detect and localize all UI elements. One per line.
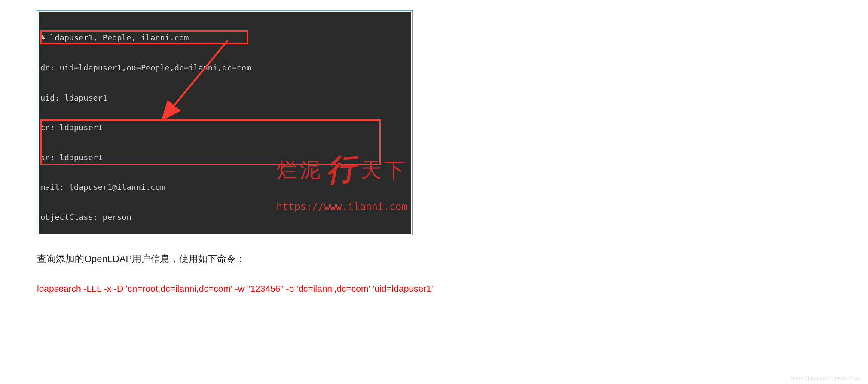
terminal-screenshot: # ldapuser1, People, ilanni.com dn: uid=… (37, 10, 413, 235)
terminal-line: sn: ldapuser1 (40, 152, 411, 162)
footer-watermark: https://blog.csdn.net/m_nlcs (791, 375, 860, 381)
terminal-line: uid: ldapuser1 (40, 93, 411, 103)
watermark-big-char: 行 (325, 163, 358, 175)
terminal-line: mail: ldapuser1@ilanni.com (40, 182, 411, 192)
terminal-line: objectClass: person (40, 212, 411, 222)
terminal-output: # ldapuser1, People, ilanni.com dn: uid=… (39, 12, 411, 234)
terminal-line: dn: uid=ldapuser1,ou=People,dc=ilanni,dc… (40, 63, 411, 73)
watermark-url: https://www.ilanni.com (215, 202, 407, 212)
command-text: ldapsearch -LLL -x -D 'cn=root,dc=ilanni… (37, 283, 433, 294)
body-paragraph: 查询添加的OpenLDAP用户信息，使用如下命令： (37, 253, 245, 266)
svg-line-1 (163, 40, 228, 119)
terminal-line: # ldapuser1, People, ilanni.com (40, 33, 411, 43)
terminal-line: cn: ldapuser1 (40, 122, 411, 132)
